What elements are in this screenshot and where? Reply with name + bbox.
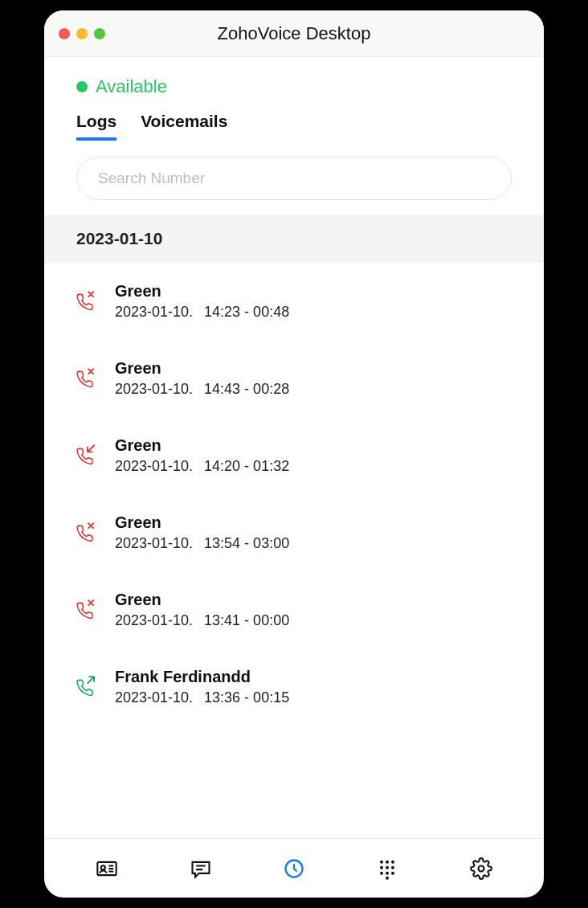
svg-point-17 — [386, 876, 389, 879]
log-meta: 2023-01-10. 13:36 - 00:15 — [115, 689, 289, 706]
log-date: 2023-01-10. — [115, 689, 193, 706]
log-body: Green 2023-01-10. 13:41 - 00:00 — [115, 591, 289, 629]
tab-voicemails[interactable]: Voicemails — [141, 112, 227, 141]
nav-messages[interactable] — [189, 857, 213, 881]
log-body: Green 2023-01-10. 14:23 - 00:48 — [115, 282, 289, 321]
log-name: Green — [115, 591, 289, 609]
svg-point-16 — [391, 871, 394, 874]
svg-point-15 — [386, 871, 389, 874]
status-label: Available — [96, 76, 167, 97]
call-incoming-icon — [76, 444, 99, 467]
svg-point-14 — [380, 871, 383, 874]
log-meta: 2023-01-10. 14:43 - 00:28 — [115, 381, 289, 398]
log-meta: 2023-01-10. 14:23 - 00:48 — [115, 304, 289, 321]
log-date: 2023-01-10. — [115, 381, 193, 398]
log-item[interactable]: Green 2023-01-10. 14:20 - 01:32 — [44, 417, 544, 494]
tabs: Logs Voicemails — [44, 104, 544, 141]
log-date: 2023-01-10. — [115, 458, 193, 475]
svg-point-13 — [391, 865, 394, 869]
log-item[interactable]: Green 2023-01-10. 14:43 - 00:28 — [44, 340, 544, 417]
log-name: Frank Ferdinandd — [115, 668, 289, 686]
dialpad-icon — [376, 857, 398, 880]
svg-point-12 — [386, 865, 389, 869]
status-dot-icon — [76, 81, 88, 92]
minimize-icon[interactable] — [76, 28, 88, 39]
log-body: Green 2023-01-10. 14:43 - 00:28 — [115, 359, 289, 398]
log-time: 14:43 - 00:28 — [204, 381, 289, 398]
svg-point-8 — [380, 860, 383, 863]
app-window: ZohoVoice Desktop Available Logs Voicema… — [44, 10, 544, 898]
log-name: Green — [115, 359, 289, 378]
log-name: Green — [115, 513, 289, 532]
call-missed-icon — [76, 367, 99, 390]
svg-point-10 — [391, 860, 394, 863]
titlebar: ZohoVoice Desktop — [44, 10, 544, 57]
gear-icon — [470, 857, 492, 880]
call-missed-icon — [76, 290, 99, 313]
log-name: Green — [115, 282, 289, 301]
log-time: 13:54 - 03:00 — [204, 535, 289, 552]
log-item[interactable]: Frank Ferdinandd 2023-01-10. 13:36 - 00:… — [44, 648, 544, 726]
log-body: Frank Ferdinandd 2023-01-10. 13:36 - 00:… — [115, 668, 289, 706]
log-date: 2023-01-10. — [115, 612, 193, 629]
close-icon[interactable] — [59, 28, 70, 39]
nav-contacts[interactable] — [95, 857, 119, 881]
log-body: Green 2023-01-10. 13:54 - 03:00 — [115, 513, 289, 552]
log-date: 2023-01-10. — [115, 304, 193, 321]
log-name: Green — [115, 436, 289, 455]
traffic-lights — [59, 28, 105, 39]
status-row[interactable]: Available — [44, 57, 544, 104]
log-meta: 2023-01-10. 13:41 - 00:00 — [115, 612, 289, 629]
contact-card-icon — [96, 857, 118, 880]
log-item[interactable]: Green 2023-01-10. 13:54 - 03:00 — [44, 494, 544, 571]
bottom-nav — [44, 838, 544, 898]
window-title: ZohoVoice Desktop — [44, 23, 544, 44]
nav-dialpad[interactable] — [375, 857, 399, 881]
maximize-icon[interactable] — [94, 28, 105, 39]
search-container — [44, 141, 544, 215]
nav-recents[interactable] — [282, 857, 306, 881]
clock-icon — [283, 857, 305, 880]
call-missed-icon — [76, 599, 99, 621]
log-list[interactable]: Green 2023-01-10. 14:23 - 00:48 Green 20… — [44, 263, 544, 838]
log-meta: 2023-01-10. 13:54 - 03:00 — [115, 535, 289, 552]
log-item[interactable]: Green 2023-01-10. 13:41 - 00:00 — [44, 571, 544, 648]
date-header: 2023-01-10 — [44, 215, 544, 263]
tab-logs[interactable]: Logs — [76, 112, 116, 141]
log-time: 14:20 - 01:32 — [204, 458, 289, 475]
log-time: 14:23 - 00:48 — [204, 304, 289, 321]
search-input[interactable] — [76, 157, 512, 200]
call-outgoing-icon — [76, 676, 99, 698]
svg-point-18 — [478, 865, 484, 871]
log-date: 2023-01-10. — [115, 535, 193, 552]
nav-settings[interactable] — [469, 857, 493, 881]
log-meta: 2023-01-10. 14:20 - 01:32 — [115, 458, 289, 475]
log-time: 13:41 - 00:00 — [204, 612, 289, 629]
log-body: Green 2023-01-10. 14:20 - 01:32 — [115, 436, 289, 475]
call-missed-icon — [76, 521, 99, 544]
message-icon — [190, 857, 212, 880]
svg-point-11 — [380, 865, 383, 869]
log-item[interactable]: Green 2023-01-10. 14:23 - 00:48 — [44, 263, 544, 340]
svg-point-9 — [386, 860, 389, 863]
log-time: 13:36 - 00:15 — [204, 689, 289, 706]
svg-point-1 — [101, 865, 105, 869]
